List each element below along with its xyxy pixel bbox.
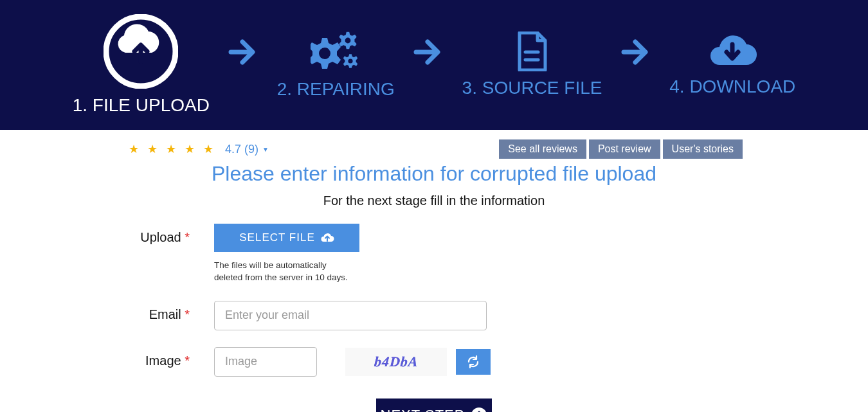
rating-value: 4.7 (9) [225, 143, 258, 156]
email-row: Email * [125, 301, 743, 330]
arrow-icon [226, 35, 260, 69]
users-stories-button[interactable]: User's stories [663, 139, 743, 159]
arrow-icon [411, 35, 446, 69]
reviews-buttons: See all reviews Post review User's stori… [499, 139, 743, 159]
step-label: 2. REPAIRING [277, 79, 395, 100]
next-step-button[interactable]: NEXT STEP [376, 399, 492, 412]
step-file-upload: 1. FILE UPLOAD [73, 14, 210, 116]
captcha-field[interactable] [214, 347, 317, 377]
cloud-upload-circle-icon [104, 14, 178, 89]
refresh-captcha-button[interactable] [456, 349, 491, 375]
svg-point-3 [345, 38, 351, 44]
rating-dropdown[interactable]: 4.7 (9) ▼ [225, 143, 269, 156]
step-source-file: 3. SOURCE FILE [462, 31, 602, 98]
arrow-icon [619, 35, 653, 69]
upload-helper-text: The files will be automatically deleted … [214, 260, 356, 284]
image-row: Image * b4DbA [125, 347, 743, 377]
step-label: 1. FILE UPLOAD [73, 95, 210, 116]
upload-label: Upload * [125, 224, 190, 245]
step-download: 4. DOWNLOAD [669, 33, 795, 97]
email-field[interactable] [214, 301, 487, 330]
refresh-icon [467, 355, 480, 368]
page-title: Please enter information for corrupted f… [0, 162, 868, 186]
select-file-label: SELECT FILE [239, 231, 314, 244]
reviews-row: ★ ★ ★ ★ ★ 4.7 (9) ▼ See all reviews Post… [125, 130, 743, 162]
gears-icon [311, 30, 361, 73]
email-label: Email * [125, 301, 190, 322]
cloud-upload-icon [320, 233, 334, 243]
svg-point-2 [319, 48, 330, 59]
captcha-image: b4DbA [345, 348, 447, 376]
see-all-reviews-button[interactable]: See all reviews [499, 139, 586, 159]
steps-bar: 1. FILE UPLOAD 2. REPAIRING [0, 0, 868, 130]
step-repairing: 2. REPAIRING [277, 30, 395, 100]
select-file-button[interactable]: SELECT FILE [214, 224, 359, 252]
image-label: Image * [125, 347, 190, 368]
star-rating: ★ ★ ★ ★ ★ [129, 142, 216, 156]
caret-down-icon: ▼ [262, 146, 269, 153]
upload-row: Upload * SELECT FILE The files will be a… [125, 224, 743, 284]
step-label: 4. DOWNLOAD [669, 76, 795, 97]
arrow-circle-right-icon [471, 407, 487, 412]
page-subtitle: For the next stage fill in the informati… [0, 193, 868, 208]
cloud-download-icon [707, 33, 758, 70]
upload-form: Upload * SELECT FILE The files will be a… [125, 224, 743, 412]
post-review-button[interactable]: Post review [589, 139, 660, 159]
svg-point-4 [348, 58, 353, 63]
file-icon [516, 31, 548, 71]
next-step-label: NEXT STEP [381, 407, 465, 412]
step-label: 3. SOURCE FILE [462, 78, 602, 98]
